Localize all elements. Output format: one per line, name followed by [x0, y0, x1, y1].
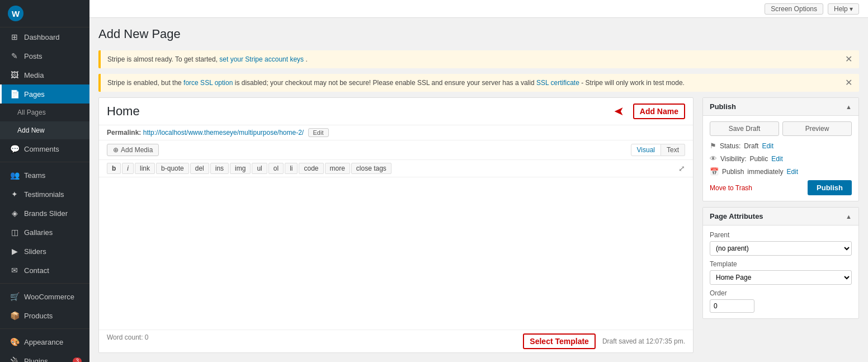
notice-text-1: Stripe is almost ready. To get started, …: [107, 55, 308, 63]
help-button[interactable]: Help ▾: [828, 3, 859, 15]
topbar: Screen Options Help ▾: [89, 0, 868, 18]
status-label: Status:: [720, 142, 740, 150]
sidebar-item-label: Testimonials: [24, 190, 64, 199]
add-name-arrow: ➤: [614, 104, 624, 119]
preview-button[interactable]: Preview: [782, 121, 852, 136]
publish-time-edit-link[interactable]: Edit: [786, 168, 798, 176]
sidebar-item-woocommerce[interactable]: 🛒 WooCommerce: [0, 287, 89, 306]
sidebar-item-contact[interactable]: ✉ Contact: [0, 261, 89, 280]
sidebar-item-pages[interactable]: 📄 Pages: [0, 84, 89, 104]
sidebar-item-label: Appearance: [24, 338, 63, 346]
sidebar-item-sliders[interactable]: ▶ Sliders: [0, 242, 89, 261]
notice-close-1[interactable]: ✕: [845, 55, 852, 64]
publish-box: Publish ▲ Save Draft Preview ⚑ Status: D…: [702, 97, 859, 201]
publish-box-header[interactable]: Publish ▲: [703, 98, 858, 116]
notice-close-2[interactable]: ✕: [845, 78, 852, 87]
order-input[interactable]: [710, 299, 754, 313]
sidebar-item-dashboard[interactable]: ⊞ Dashboard: [0, 27, 89, 46]
products-icon: 📦: [10, 311, 20, 320]
format-more[interactable]: more: [325, 163, 350, 174]
format-img[interactable]: img: [230, 163, 251, 174]
tab-visual[interactable]: Visual: [631, 144, 661, 156]
sidebar-item-brands-slider[interactable]: ◈ Brands Slider: [0, 204, 89, 223]
teams-icon: 👥: [10, 171, 20, 180]
sidebar-item-appearance[interactable]: 🎨 Appearance: [0, 332, 89, 351]
brands-slider-icon: ◈: [10, 209, 20, 218]
editor-body[interactable]: [99, 177, 693, 330]
add-media-icon: ⊕: [113, 146, 119, 154]
format-ol[interactable]: ol: [268, 163, 284, 174]
format-bold[interactable]: b: [107, 163, 121, 174]
format-code[interactable]: code: [299, 163, 323, 174]
add-media-button[interactable]: ⊕ Add Media: [107, 144, 159, 156]
word-count: Word count: 0: [107, 333, 149, 349]
sidebar-item-label: Brands Slider: [24, 209, 68, 218]
format-li[interactable]: li: [285, 163, 298, 174]
sidebar-item-posts[interactable]: ✎ Posts: [0, 46, 89, 65]
page-attributes-box: Page Attributes ▲ Parent (no parent) Tem…: [702, 207, 859, 319]
format-b-quote[interactable]: b-quote: [156, 163, 189, 174]
template-row: Home PageDefault TemplateFull Width: [710, 270, 852, 285]
notice-link-2a[interactable]: force SSL option: [183, 79, 233, 87]
screen-options-button[interactable]: Screen Options: [765, 3, 823, 15]
template-select[interactable]: Home PageDefault TemplateFull Width: [710, 270, 852, 285]
format-del[interactable]: del: [190, 163, 209, 174]
visibility-edit-link[interactable]: Edit: [771, 155, 783, 163]
sidebar-item-plugins[interactable]: 🔌 Plugins 3: [0, 351, 89, 362]
sidebar-item-label: Add New: [17, 126, 45, 134]
appearance-icon: 🎨: [10, 337, 20, 346]
move-to-trash-link[interactable]: Move to Trash: [710, 184, 752, 192]
sidebar-item-label: Teams: [24, 171, 45, 180]
sidebar-item-products[interactable]: 📦 Products: [0, 306, 89, 325]
notice-stripe-2: Stripe is enabled, but the force SSL opt…: [98, 74, 859, 92]
dashboard-icon: ⊞: [10, 32, 20, 41]
notice-link-2b[interactable]: SSL certificate: [536, 79, 579, 87]
sidebar-item-teams[interactable]: 👥 Teams: [0, 166, 89, 185]
permalink-url[interactable]: http://localhost/www.themeseye/multipurp…: [143, 129, 304, 137]
visibility-icon: 👁: [710, 154, 717, 163]
format-ins[interactable]: ins: [210, 163, 229, 174]
sidebar-item-label: Posts: [24, 52, 43, 60]
parent-select[interactable]: (no parent): [710, 241, 852, 256]
sidebar-item-comments[interactable]: 💬 Comments: [0, 139, 89, 158]
sidebar-item-label: Dashboard: [24, 33, 60, 41]
format-italic[interactable]: i: [122, 163, 134, 174]
tab-text[interactable]: Text: [661, 144, 685, 156]
status-row: ⚑ Status: Draft Edit: [710, 142, 852, 150]
sidebar-item-media[interactable]: 🖼 Media: [0, 65, 89, 84]
sidebar-item-label: All Pages: [17, 109, 46, 116]
sidebar-item-all-pages[interactable]: All Pages: [0, 104, 89, 121]
sidebar-item-testimonials[interactable]: ✦ Testimonials: [0, 185, 89, 204]
sidebar-item-label: Products: [24, 312, 53, 320]
format-link[interactable]: link: [135, 163, 155, 174]
page-name-input[interactable]: [107, 104, 605, 119]
woocommerce-icon: 🛒: [10, 292, 20, 301]
contact-icon: ✉: [10, 266, 20, 275]
sidebar-item-label: Gallaries: [24, 228, 53, 237]
comments-icon: 💬: [10, 144, 20, 153]
format-close-tags[interactable]: close tags: [351, 163, 391, 174]
publish-button[interactable]: Publish: [808, 180, 852, 195]
permalink-label: Permalink:: [107, 129, 141, 137]
page-attributes-header[interactable]: Page Attributes ▲: [703, 208, 858, 225]
status-edit-link[interactable]: Edit: [762, 142, 773, 150]
permalink-edit-button[interactable]: Edit: [308, 128, 329, 137]
plugins-badge: 3: [73, 358, 82, 363]
sidebar-item-gallaries[interactable]: ◫ Gallaries: [0, 223, 89, 242]
format-ul[interactable]: ul: [252, 163, 267, 174]
publish-box-body: Save Draft Preview ⚑ Status: Draft Edit …: [703, 116, 858, 201]
notice-link-1[interactable]: set your Stripe account keys: [219, 55, 304, 63]
pages-icon: 📄: [10, 90, 20, 98]
sidebar-logo: W: [0, 0, 89, 27]
save-draft-button[interactable]: Save Draft: [710, 121, 779, 136]
sidebar-item-label: Contact: [24, 266, 49, 275]
sidebar-item-label: Sliders: [24, 247, 46, 256]
sidebar: W ⊞ Dashboard ✎ Posts 🖼 Media 📄 Pages Al…: [0, 0, 89, 362]
main-content: Screen Options Help ▾ Add New Page Strip…: [89, 0, 868, 362]
sidebar-item-add-new[interactable]: Add New: [0, 121, 89, 139]
format-toolbar: b i link b-quote del ins img ul ol li co…: [99, 160, 693, 177]
publish-chevron: ▲: [846, 104, 852, 110]
page-title: Add New Page: [98, 27, 859, 41]
right-sidebar: Publish ▲ Save Draft Preview ⚑ Status: D…: [702, 97, 859, 353]
expand-icon[interactable]: ⤢: [678, 164, 685, 173]
